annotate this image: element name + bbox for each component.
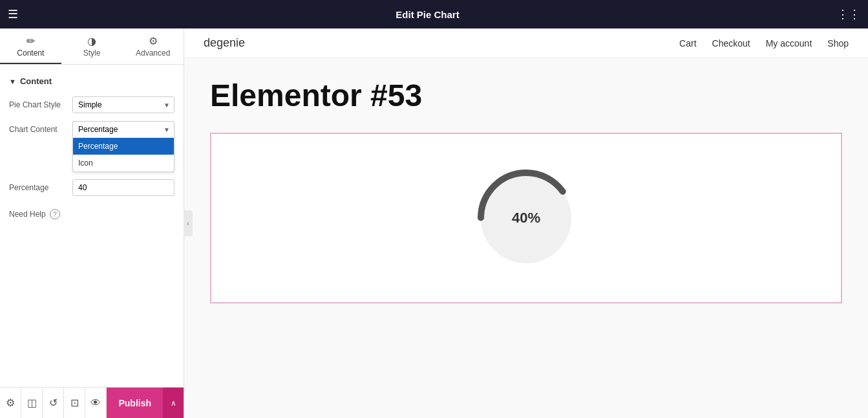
content-section-header[interactable]: ▼ Content bbox=[0, 72, 184, 93]
main-layout: ✏ Content ◑ Style ⚙ Advanced ▼ Content P… bbox=[0, 28, 868, 418]
top-bar-title: Edit Pie Chart bbox=[396, 9, 459, 20]
pie-chart-style-row: Pie Chart Style Simple Doughnut Half Cir… bbox=[0, 93, 184, 117]
responsive-bottom-icon[interactable]: ⊡ bbox=[64, 388, 85, 418]
percentage-label: Percentage bbox=[9, 183, 67, 192]
pie-chart-svg: 40% bbox=[468, 160, 584, 276]
layers-bottom-icon[interactable]: ◫ bbox=[21, 388, 43, 418]
pie-chart-container: 40% bbox=[468, 160, 584, 276]
tab-style[interactable]: ◑ Style bbox=[61, 28, 123, 64]
chart-content-dropdown: Percentage Icon bbox=[72, 138, 175, 172]
publish-button[interactable]: Publish bbox=[107, 388, 163, 418]
collapse-handle[interactable]: ‹ bbox=[184, 210, 193, 236]
chart-content-label: Chart Content bbox=[9, 125, 67, 134]
tab-content-label: Content bbox=[17, 49, 44, 58]
sidebar-body: ▼ Content Pie Chart Style Simple Doughnu… bbox=[0, 65, 184, 387]
style-tab-icon: ◑ bbox=[64, 35, 120, 47]
site-header: degenie Cart Checkout My account Shop bbox=[184, 28, 868, 58]
chart-content-control: Percentage Icon ▼ Percentage Icon bbox=[72, 121, 175, 138]
tab-content[interactable]: ✏ Content bbox=[0, 28, 61, 64]
site-logo[interactable]: degenie bbox=[204, 36, 245, 50]
pie-chart-style-label: Pie Chart Style bbox=[9, 100, 67, 109]
tab-advanced[interactable]: ⚙ Advanced bbox=[122, 28, 184, 64]
chart-percentage-text: 40% bbox=[512, 210, 540, 226]
sidebar-bottom: ⚙ ◫ ↺ ⊡ 👁 Publish ∧ bbox=[0, 387, 184, 418]
need-help-row[interactable]: Need Help ? bbox=[0, 200, 184, 228]
need-help-label: Need Help bbox=[9, 210, 46, 219]
nav-checkout[interactable]: Checkout bbox=[712, 38, 750, 49]
advanced-tab-icon: ⚙ bbox=[125, 35, 181, 47]
help-circle-icon: ? bbox=[50, 209, 60, 219]
chart-widget-box[interactable]: 40% bbox=[210, 133, 842, 303]
publish-chevron-icon[interactable]: ∧ bbox=[163, 388, 184, 418]
page-title: Elementor #53 bbox=[210, 78, 842, 113]
eye-bottom-icon[interactable]: 👁 bbox=[85, 388, 107, 418]
nav-shop[interactable]: Shop bbox=[827, 38, 849, 49]
percentage-control bbox=[72, 179, 175, 196]
grid-icon[interactable]: ⋮⋮ bbox=[837, 7, 860, 21]
percentage-input[interactable] bbox=[72, 179, 175, 196]
settings-bottom-icon[interactable]: ⚙ bbox=[0, 388, 21, 418]
site-nav: Cart Checkout My account Shop bbox=[679, 38, 849, 49]
sidebar-tabs: ✏ Content ◑ Style ⚙ Advanced bbox=[0, 28, 184, 65]
nav-cart[interactable]: Cart bbox=[679, 38, 696, 49]
hamburger-icon[interactable]: ☰ bbox=[8, 7, 18, 21]
dropdown-item-percentage[interactable]: Percentage bbox=[73, 138, 174, 155]
chart-content-select[interactable]: Percentage Icon bbox=[72, 121, 175, 138]
top-bar: ☰ Edit Pie Chart ⋮⋮ bbox=[0, 0, 868, 28]
tab-advanced-label: Advanced bbox=[136, 49, 170, 58]
content-tab-icon: ✏ bbox=[3, 35, 59, 47]
content-section-label: Content bbox=[20, 76, 52, 86]
nav-my-account[interactable]: My account bbox=[766, 38, 812, 49]
preview-area: degenie Cart Checkout My account Shop El… bbox=[184, 28, 868, 418]
chart-content-row: Chart Content Percentage Icon ▼ Percenta… bbox=[0, 117, 184, 142]
page-content: Elementor #53 40% bbox=[184, 58, 868, 323]
sidebar: ✏ Content ◑ Style ⚙ Advanced ▼ Content P… bbox=[0, 28, 184, 418]
section-toggle-icon: ▼ bbox=[9, 78, 16, 85]
dropdown-item-icon[interactable]: Icon bbox=[73, 155, 174, 171]
history-bottom-icon[interactable]: ↺ bbox=[43, 388, 64, 418]
pie-chart-style-control: Simple Doughnut Half Circle ▼ bbox=[72, 96, 175, 113]
pie-chart-style-select[interactable]: Simple Doughnut Half Circle bbox=[72, 96, 175, 113]
percentage-row: Percentage bbox=[0, 175, 184, 200]
tab-style-label: Style bbox=[83, 49, 101, 58]
